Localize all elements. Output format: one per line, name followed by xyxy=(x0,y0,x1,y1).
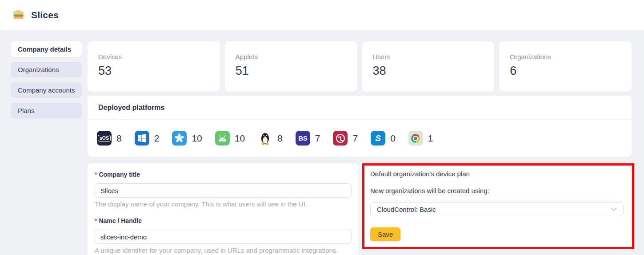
device-plan-select[interactable]: CloudControl: Basic xyxy=(370,202,624,216)
name-handle-label: *Name / Handle xyxy=(95,217,352,224)
device-plan-subtitle: New organizations will be created using: xyxy=(370,187,624,194)
pinwheel-platform-icon xyxy=(172,131,187,146)
platform-linux: 8 xyxy=(258,131,283,146)
platform-count: 7 xyxy=(315,133,320,144)
android-icon xyxy=(215,131,230,146)
sandwich-logo-icon xyxy=(12,10,24,20)
stat-label: Applets xyxy=(236,53,347,61)
company-title-label: *Company title xyxy=(95,171,352,178)
samsung-tizen-icon: S xyxy=(371,131,385,146)
platform-pinwheel: 10 xyxy=(172,131,202,146)
required-asterisk: * xyxy=(95,217,97,224)
platform-count: 10 xyxy=(235,133,245,144)
page-content: Company details Organizations Company ac… xyxy=(0,30,644,255)
stat-card-devices: Devices 53 xyxy=(88,41,220,92)
deployed-platforms-header: Deployed platforms xyxy=(88,96,632,120)
stat-value: 38 xyxy=(373,64,484,78)
name-handle-input[interactable] xyxy=(95,230,352,244)
app-logo-link[interactable]: Slices xyxy=(12,10,59,20)
linux-tux-icon xyxy=(258,131,272,146)
platform-count: 8 xyxy=(277,133,283,144)
sidebar-item-company-details[interactable]: Company details xyxy=(11,41,82,57)
platform-count: 2 xyxy=(154,133,160,144)
device-plan-title: Default organization's device plan xyxy=(370,170,624,178)
stat-card-users: Users 38 xyxy=(362,41,495,92)
platform-chrome-os: 1 xyxy=(408,131,433,146)
stat-label: Organizations xyxy=(510,53,621,61)
page-title: Slices xyxy=(31,10,59,20)
stat-label: Users xyxy=(373,53,484,61)
stat-label: Devices xyxy=(98,53,209,61)
platform-count: 10 xyxy=(192,133,202,144)
sidebar-item-organizations[interactable]: Organizations xyxy=(11,62,82,77)
lg-webos-icon xyxy=(333,131,348,146)
stat-card-applets: Applets 51 xyxy=(225,41,357,92)
platforms-row: sOS 8 2 xyxy=(88,120,632,157)
deployed-platforms-title: Deployed platforms xyxy=(98,104,164,112)
sidebar-item-plans[interactable]: Plans xyxy=(11,103,82,118)
platform-brightsign: BS 7 xyxy=(296,131,320,146)
stats-row: Devices 53 Applets 51 Users 38 Organizat… xyxy=(88,41,632,92)
platform-count: 7 xyxy=(352,133,358,144)
company-title-input[interactable] xyxy=(95,183,352,198)
sidebar-item-company-accounts[interactable]: Company accounts xyxy=(11,82,82,98)
screenly-os-icon: sOS xyxy=(97,131,112,146)
deployed-platforms-card: Deployed platforms sOS 8 xyxy=(88,96,632,157)
chevron-down-icon xyxy=(611,207,617,211)
name-handle-help: A unique identifier for your company, us… xyxy=(95,247,352,254)
stat-card-organizations: Organizations 6 xyxy=(499,41,632,92)
platform-count: 8 xyxy=(116,133,122,144)
platform-lg-webos: 7 xyxy=(333,131,358,146)
company-details-form: *Company title The display name of your … xyxy=(88,163,359,255)
platform-samsung-tizen: S 0 xyxy=(371,131,396,146)
platform-screenly-os: sOS 8 xyxy=(97,131,122,146)
brightsign-icon: BS xyxy=(296,131,310,146)
app-header: Slices xyxy=(0,0,644,30)
device-plan-selected-value: CloudControl: Basic xyxy=(377,206,436,213)
company-title-help: The display name of your company. This i… xyxy=(95,200,352,208)
main-area: Devices 53 Applets 51 Users 38 Organizat… xyxy=(88,41,632,255)
windows-icon xyxy=(135,131,149,146)
platform-android: 10 xyxy=(215,131,245,146)
sidebar: Company details Organizations Company ac… xyxy=(11,41,82,255)
chrome-icon xyxy=(408,131,423,146)
platform-windows: 2 xyxy=(135,131,160,146)
stat-value: 51 xyxy=(236,64,347,78)
platform-count: 1 xyxy=(428,133,433,144)
save-button[interactable]: Save xyxy=(370,227,400,241)
platform-count: 0 xyxy=(390,133,396,144)
device-plan-panel-wrap: Default organization's device plan New o… xyxy=(362,163,632,250)
stat-value: 6 xyxy=(510,64,621,78)
stat-value: 53 xyxy=(98,64,209,78)
form-row: *Company title The display name of your … xyxy=(88,163,632,255)
required-asterisk: * xyxy=(95,171,97,178)
device-plan-panel: Default organization's device plan New o… xyxy=(362,163,632,250)
